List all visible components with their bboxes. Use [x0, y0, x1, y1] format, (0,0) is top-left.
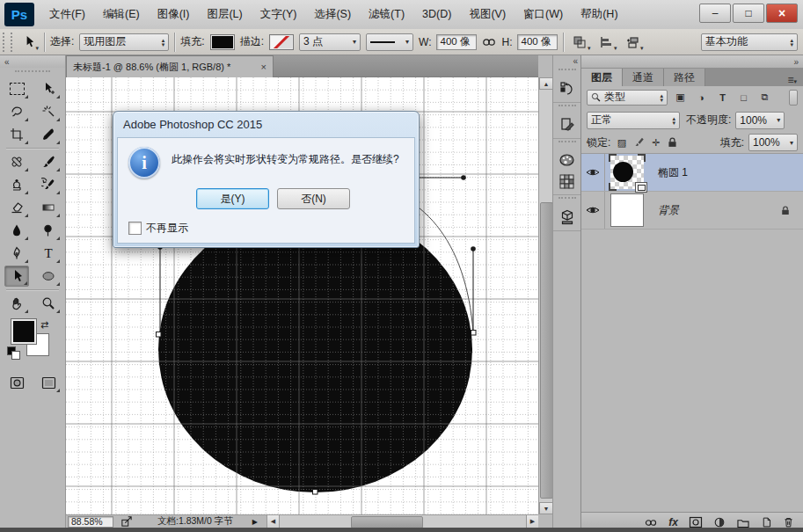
path-alignment-button[interactable]: ▾ — [595, 33, 617, 52]
zoom-level-field[interactable]: 88.58% — [68, 516, 113, 528]
link-dimensions-icon[interactable] — [482, 36, 496, 48]
color-panel-icon[interactable] — [558, 153, 575, 167]
strip-header[interactable]: « — [553, 55, 580, 67]
dialog-title-bar[interactable]: Adobe Photoshop CC 2015 — [113, 112, 419, 137]
filter-pixel-layers-icon[interactable]: ▣ — [672, 90, 689, 105]
menu-3d[interactable]: 3D(D) — [413, 0, 460, 29]
layer-fill-combo[interactable]: 100% ▾ — [748, 134, 798, 151]
move-tool[interactable] — [36, 78, 61, 99]
filter-kind-combo[interactable]: 类型 ▴▾ — [587, 90, 668, 106]
ellipse-shape-tool[interactable] — [36, 266, 61, 287]
lock-all-icon[interactable] — [667, 136, 678, 149]
default-colors-icon[interactable] — [11, 351, 20, 360]
crop-tool[interactable] — [4, 124, 29, 145]
panel-gripper[interactable] — [558, 141, 576, 146]
screen-mode-button[interactable] — [36, 372, 61, 393]
tool-preset-picker[interactable]: ▾ — [18, 33, 39, 52]
tab-paths[interactable]: 路径 — [664, 69, 705, 86]
minimize-button[interactable]: – — [699, 4, 731, 23]
layer-row-ellipse[interactable]: 椭圆 1 — [581, 154, 803, 192]
filter-type-layers-icon[interactable]: T — [714, 90, 731, 105]
select-mode-combo[interactable]: 现用图层 ▴▾ — [79, 33, 169, 51]
layer-row-background[interactable]: 背景 — [581, 192, 803, 230]
panel-menu-icon[interactable]: ≡▾ — [787, 74, 803, 86]
filter-toggle-switch[interactable] — [789, 90, 798, 106]
menu-help[interactable]: 帮助(H) — [572, 0, 626, 29]
menu-window[interactable]: 窗口(W) — [515, 0, 572, 29]
delete-layer-icon[interactable] — [783, 516, 794, 528]
zoom-tool[interactable] — [36, 293, 61, 314]
dont-show-checkbox[interactable] — [128, 222, 142, 235]
shape-width-input[interactable]: 400 像 — [436, 34, 477, 50]
hand-tool[interactable] — [4, 293, 29, 314]
adjustment-layer-icon[interactable] — [713, 516, 726, 528]
menu-filter[interactable]: 滤镜(T) — [360, 0, 413, 29]
history-panel-icon[interactable] — [559, 81, 575, 97]
menu-file[interactable]: 文件(F) — [40, 0, 94, 29]
menu-edit[interactable]: 编辑(E) — [94, 0, 149, 29]
new-group-icon[interactable] — [736, 517, 750, 528]
tab-layers[interactable]: 图层 — [581, 69, 623, 86]
eraser-tool[interactable] — [4, 197, 29, 218]
stroke-style-combo[interactable]: ▾ — [366, 33, 413, 51]
vertical-scrollbar[interactable]: ▲ ▼ — [538, 77, 552, 514]
opacity-combo[interactable]: 100% ▾ — [735, 112, 785, 129]
tab-channels[interactable]: 通道 — [623, 69, 664, 86]
filter-adjustment-layers-icon[interactable]: ◑ — [693, 90, 710, 105]
document-tab[interactable]: 未标题-1 @ 88.6% (椭圆 1, RGB/8) * × — [66, 55, 274, 77]
stroke-width-combo[interactable]: 3 点 ▾ — [299, 33, 361, 51]
layer-visibility-toggle[interactable] — [581, 154, 605, 191]
tools-panel-header[interactable]: « — [0, 55, 65, 68]
menu-type[interactable]: 文字(Y) — [252, 0, 306, 29]
panel-gripper[interactable] — [558, 69, 576, 74]
panel-gripper[interactable] — [558, 105, 576, 110]
yes-button[interactable]: 是(Y) — [196, 188, 269, 209]
close-button[interactable]: × — [766, 4, 798, 23]
scroll-up-button[interactable]: ▲ — [539, 77, 553, 90]
export-icon[interactable] — [120, 516, 133, 527]
gradient-tool[interactable] — [36, 197, 61, 218]
menu-layer[interactable]: 图层(L) — [198, 0, 251, 29]
tab-close-icon[interactable]: × — [261, 62, 266, 72]
maximize-button[interactable]: □ — [733, 4, 764, 23]
horizontal-scrollbar[interactable]: ◀ ▶ — [266, 515, 538, 528]
new-layer-icon[interactable] — [761, 516, 772, 528]
workspace-switcher[interactable]: 基本功能 ▴▾ — [701, 33, 798, 51]
eyedropper-tool[interactable] — [36, 124, 61, 145]
3d-panel-icon[interactable] — [559, 209, 575, 225]
lasso-tool[interactable] — [4, 101, 29, 122]
tools-gripper[interactable] — [15, 70, 50, 76]
magic-wand-tool[interactable] — [36, 101, 61, 122]
stroke-color-swatch[interactable] — [269, 34, 294, 50]
path-selection-tool[interactable] — [4, 266, 29, 287]
layer-name[interactable]: 背景 — [658, 203, 679, 218]
panel-gripper[interactable] — [558, 197, 576, 202]
add-mask-icon[interactable] — [689, 516, 703, 528]
scroll-down-button[interactable]: ▼ — [539, 502, 553, 514]
lock-position-icon[interactable]: ✛ — [649, 135, 662, 150]
scroll-left-button[interactable]: ◀ — [267, 515, 280, 528]
path-operations-button[interactable]: ▾ — [569, 33, 590, 52]
layer-visibility-toggle[interactable] — [581, 192, 605, 229]
spot-healing-brush-tool[interactable] — [4, 151, 29, 172]
filter-smart-objects-icon[interactable]: ⧉ — [756, 90, 773, 105]
filter-shape-layers-icon[interactable]: □ — [735, 90, 752, 105]
dock-header[interactable]: » — [581, 55, 803, 68]
rectangular-marquee-tool[interactable] — [4, 78, 29, 99]
menu-image[interactable]: 图像(I) — [149, 0, 199, 29]
dodge-tool[interactable] — [36, 220, 61, 241]
lock-pixels-icon[interactable] — [632, 136, 645, 149]
quick-mask-button[interactable] — [4, 372, 29, 393]
menu-select[interactable]: 选择(S) — [305, 0, 360, 29]
clone-stamp-tool[interactable] — [4, 174, 29, 195]
shape-height-input[interactable]: 400 像 — [517, 34, 558, 50]
horizontal-scroll-thumb[interactable] — [351, 516, 423, 528]
properties-panel-icon[interactable] — [559, 117, 575, 133]
pen-tool[interactable] — [4, 243, 29, 264]
vertical-scroll-thumb[interactable] — [540, 202, 553, 499]
path-arrangement-button[interactable]: ▾ — [622, 33, 643, 52]
swap-colors-icon[interactable]: ⇄ — [40, 319, 48, 331]
options-gripper[interactable] — [3, 33, 12, 52]
link-layers-icon[interactable] — [644, 517, 658, 528]
type-tool[interactable]: T — [36, 243, 61, 264]
